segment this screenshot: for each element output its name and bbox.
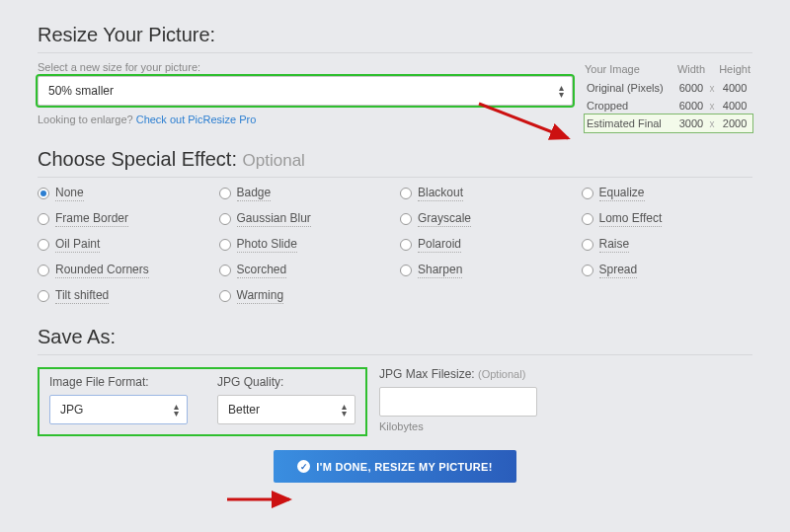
effects-title: Choose Special Effect: Optional xyxy=(38,148,752,171)
effect-label: Photo Slide xyxy=(237,237,297,253)
radio-icon xyxy=(219,239,231,251)
radio-icon xyxy=(400,239,412,251)
effect-option[interactable]: Lomo Effect xyxy=(582,211,753,227)
radio-icon xyxy=(219,188,231,199)
effect-option[interactable]: Spread xyxy=(582,263,753,278)
resize-size-select[interactable]: 50% smaller ▴▾ xyxy=(38,76,573,106)
dim-label: Original (Pixels) xyxy=(585,79,675,97)
dim-x: x xyxy=(707,97,717,114)
dim-x: x xyxy=(707,79,717,97)
dim-w: 6000 xyxy=(675,97,707,114)
effect-label: Spread xyxy=(599,263,638,278)
effect-option[interactable]: Oil Paint xyxy=(38,237,209,253)
effect-label: Grayscale xyxy=(418,211,471,227)
dim-w: 6000 xyxy=(675,79,707,97)
table-row: Original (Pixels) 6000 x 4000 xyxy=(585,79,752,97)
resize-size-value: 50% smaller xyxy=(48,84,114,98)
effect-option[interactable]: Grayscale xyxy=(400,211,572,227)
effect-option[interactable]: Equalize xyxy=(582,186,753,201)
radio-icon xyxy=(582,213,593,225)
enlarge-prefix: Looking to enlarge? xyxy=(38,114,136,125)
dim-h: 4000 xyxy=(717,79,752,97)
resize-title: Resize Your Picture: xyxy=(38,24,752,46)
radio-icon xyxy=(400,265,412,276)
effect-label: Tilt shifted xyxy=(55,288,109,304)
enlarge-link[interactable]: Check out PicResize Pro xyxy=(136,114,257,125)
effect-label: Lomo Effect xyxy=(599,211,663,227)
radio-icon xyxy=(38,213,49,225)
dim-head-width: Width xyxy=(675,61,707,79)
effect-label: Gaussian Blur xyxy=(237,211,311,227)
radio-icon xyxy=(400,188,412,199)
effect-option[interactable]: Blackout xyxy=(400,186,572,201)
effect-option[interactable]: Badge xyxy=(219,186,391,201)
effect-option[interactable]: None xyxy=(38,186,209,201)
dim-head-image: Your Image xyxy=(585,61,675,79)
effect-option[interactable]: Polaroid xyxy=(400,237,572,253)
effect-label: Raise xyxy=(599,237,630,253)
radio-icon xyxy=(38,265,49,276)
radio-icon xyxy=(38,290,49,302)
annotation-arrow-icon xyxy=(222,488,301,511)
table-row-final: Estimated Final 3000 x 2000 xyxy=(585,114,752,132)
radio-icon xyxy=(219,213,231,225)
radio-icon xyxy=(38,188,49,199)
save-title: Save As: xyxy=(38,326,752,348)
effect-label: Equalize xyxy=(599,186,645,201)
radio-icon xyxy=(38,239,49,251)
effect-label: Polaroid xyxy=(418,237,461,253)
effect-option[interactable]: Raise xyxy=(582,237,753,253)
effect-option[interactable]: Gaussian Blur xyxy=(219,211,391,227)
maxsize-input[interactable] xyxy=(379,387,537,417)
effect-label: Frame Border xyxy=(55,211,128,227)
effect-option[interactable]: Frame Border xyxy=(38,211,209,227)
radio-icon xyxy=(219,265,231,276)
select-caret-icon: ▴▾ xyxy=(559,84,564,98)
done-button[interactable]: ✓ I'M DONE, RESIZE MY PICTURE! xyxy=(274,450,515,483)
quality-value: Better xyxy=(228,403,260,417)
radio-icon xyxy=(219,290,231,302)
radio-icon xyxy=(582,265,593,276)
select-caret-icon: ▴▾ xyxy=(174,403,179,417)
effect-label: Scorched xyxy=(237,263,287,278)
done-label: I'M DONE, RESIZE MY PICTURE! xyxy=(316,461,492,473)
effect-label: Sharpen xyxy=(418,263,462,278)
dimensions-table: Your Image Width Height Original (Pixels… xyxy=(585,61,752,132)
format-select[interactable]: JPG ▴▾ xyxy=(49,395,188,424)
effects-title-text: Choose Special Effect: xyxy=(38,148,237,170)
quality-label: JPG Quality: xyxy=(217,375,356,389)
radio-icon xyxy=(582,239,593,251)
select-caret-icon: ▴▾ xyxy=(342,403,347,417)
effect-option[interactable]: Tilt shifted xyxy=(38,288,209,304)
format-value: JPG xyxy=(60,403,83,417)
quality-select[interactable]: Better ▴▾ xyxy=(217,395,356,424)
format-label: Image File Format: xyxy=(49,375,188,389)
maxsize-label: JPG Max Filesize: (Optional) xyxy=(379,367,537,381)
save-highlight-box: Image File Format: JPG ▴▾ JPG Quality: B… xyxy=(38,367,367,436)
dim-w: 3000 xyxy=(675,114,707,132)
effect-label: Oil Paint xyxy=(55,237,100,253)
kilobytes-note: Kilobytes xyxy=(379,420,537,432)
effects-grid: NoneBadgeBlackoutEqualizeFrame BorderGau… xyxy=(38,186,752,304)
effect-label: Badge xyxy=(237,186,272,201)
effect-option[interactable]: Scorched xyxy=(219,263,391,278)
effect-option[interactable]: Warming xyxy=(219,288,391,304)
dim-label: Cropped xyxy=(585,97,675,114)
radio-icon xyxy=(400,213,412,225)
enlarge-note: Looking to enlarge? Check out PicResize … xyxy=(38,114,573,125)
effect-option[interactable]: Sharpen xyxy=(400,263,572,278)
effect-label: None xyxy=(55,186,84,201)
radio-icon xyxy=(582,188,593,199)
dim-x: x xyxy=(707,114,717,132)
check-icon: ✓ xyxy=(297,460,310,473)
maxsize-label-text: JPG Max Filesize: xyxy=(379,367,475,381)
divider xyxy=(38,354,752,355)
dim-label: Estimated Final xyxy=(585,114,675,132)
effect-label: Warming xyxy=(237,288,284,304)
dim-h: 4000 xyxy=(717,97,752,114)
effect-option[interactable]: Photo Slide xyxy=(219,237,391,253)
effect-option[interactable]: Rounded Corners xyxy=(38,263,209,278)
divider xyxy=(38,177,752,178)
divider xyxy=(38,52,752,53)
resize-select-label: Select a new size for your picture: xyxy=(38,61,573,73)
